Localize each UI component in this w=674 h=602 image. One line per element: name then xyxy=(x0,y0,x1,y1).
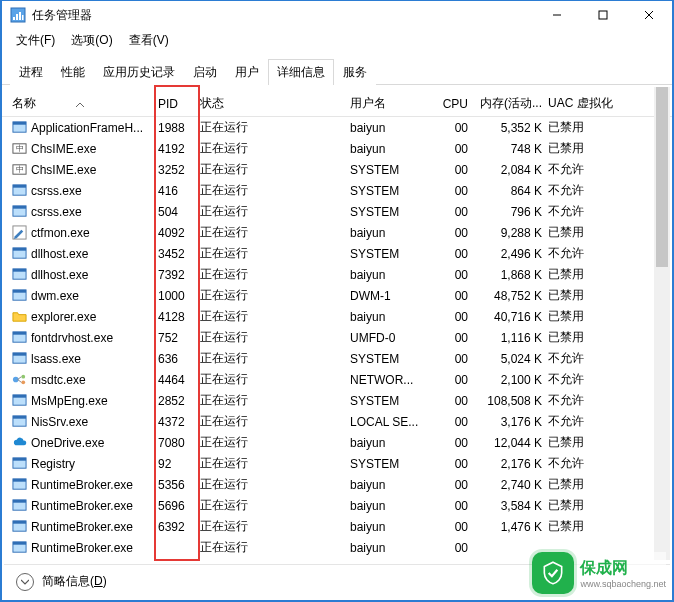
sort-asc-icon xyxy=(76,97,84,111)
process-user: baiyun xyxy=(350,226,430,240)
process-mem: 48,752 K xyxy=(476,289,548,303)
process-name: ChsIME.exe xyxy=(31,142,96,156)
process-name: NisSrv.exe xyxy=(31,415,88,429)
table-row[interactable]: ApplicationFrameH...1988正在运行baiyun005,35… xyxy=(2,117,672,138)
tab-app-history[interactable]: 应用历史记录 xyxy=(94,59,184,85)
process-state: 正在运行 xyxy=(200,350,350,367)
process-cpu: 00 xyxy=(430,457,476,471)
process-user: SYSTEM xyxy=(350,184,430,198)
process-name: ctfmon.exe xyxy=(31,226,90,240)
process-cpu: 00 xyxy=(430,163,476,177)
process-state: 正在运行 xyxy=(200,329,350,346)
process-user: baiyun xyxy=(350,478,430,492)
process-pid: 7080 xyxy=(158,436,200,450)
watermark-site: www.sqbaocheng.net xyxy=(580,579,666,589)
tab-processes[interactable]: 进程 xyxy=(10,59,52,85)
table-row[interactable]: dllhost.exe3452正在运行SYSTEM002,496 K不允许 xyxy=(2,243,672,264)
col-name[interactable]: 名称 xyxy=(12,95,158,112)
process-icon xyxy=(12,120,27,135)
process-cpu: 00 xyxy=(430,205,476,219)
table-row[interactable]: ctfmon.exe4092正在运行baiyun009,288 K已禁用 xyxy=(2,222,672,243)
process-name: RuntimeBroker.exe xyxy=(31,478,133,492)
table-row[interactable]: dllhost.exe7392正在运行baiyun001,868 K已禁用 xyxy=(2,264,672,285)
process-pid: 752 xyxy=(158,331,200,345)
table-row[interactable]: RuntimeBroker.exe5696正在运行baiyun003,584 K… xyxy=(2,495,672,516)
svg-rect-1 xyxy=(13,17,15,20)
process-state: 正在运行 xyxy=(200,392,350,409)
tab-details[interactable]: 详细信息 xyxy=(268,59,334,85)
svg-point-31 xyxy=(21,375,25,379)
table-row[interactable]: OneDrive.exe7080正在运行baiyun0012,044 K已禁用 xyxy=(2,432,672,453)
process-user: baiyun xyxy=(350,310,430,324)
process-state: 正在运行 xyxy=(200,308,350,325)
fewer-details-icon[interactable] xyxy=(16,573,34,591)
watermark-badge-icon xyxy=(532,552,574,594)
col-user[interactable]: 用户名 xyxy=(350,95,430,112)
table-row[interactable]: 中ChsIME.exe4192正在运行baiyun00748 K已禁用 xyxy=(2,138,672,159)
scrollbar-thumb[interactable] xyxy=(656,87,668,267)
table-row[interactable]: fontdrvhost.exe752正在运行UMFD-0001,116 K已禁用 xyxy=(2,327,672,348)
process-icon xyxy=(12,393,27,408)
process-mem: 5,024 K xyxy=(476,352,548,366)
process-user: baiyun xyxy=(350,520,430,534)
process-icon xyxy=(12,372,27,387)
tab-services[interactable]: 服务 xyxy=(334,59,376,85)
process-icon xyxy=(12,498,27,513)
table-row[interactable]: lsass.exe636正在运行SYSTEM005,024 K不允许 xyxy=(2,348,672,369)
process-cpu: 00 xyxy=(430,310,476,324)
process-user: SYSTEM xyxy=(350,205,430,219)
col-pid[interactable]: PID xyxy=(158,97,200,111)
process-icon xyxy=(12,540,27,555)
process-state: 正在运行 xyxy=(200,245,350,262)
table-row[interactable]: csrss.exe416正在运行SYSTEM00864 K不允许 xyxy=(2,180,672,201)
table-row[interactable]: 中ChsIME.exe3252正在运行SYSTEM002,084 K不允许 xyxy=(2,159,672,180)
table-row[interactable]: NisSrv.exe4372正在运行LOCAL SE...003,176 K不允… xyxy=(2,411,672,432)
table-row[interactable]: explorer.exe4128正在运行baiyun0040,716 K已禁用 xyxy=(2,306,672,327)
process-icon xyxy=(12,183,27,198)
svg-rect-48 xyxy=(13,542,26,545)
table-row[interactable]: RuntimeBroker.exe6392正在运行baiyun001,476 K… xyxy=(2,516,672,537)
col-mem[interactable]: 内存(活动... xyxy=(476,95,548,112)
table-row[interactable]: csrss.exe504正在运行SYSTEM00796 K不允许 xyxy=(2,201,672,222)
tab-performance[interactable]: 性能 xyxy=(52,59,94,85)
process-icon: 中 xyxy=(12,141,27,156)
table-row[interactable]: dwm.exe1000正在运行DWM-10048,752 K已禁用 xyxy=(2,285,672,306)
process-pid: 7392 xyxy=(158,268,200,282)
fewer-details-link[interactable]: 简略信息(D) xyxy=(42,573,107,590)
table-row[interactable]: RuntimeBroker.exe5356正在运行baiyun002,740 K… xyxy=(2,474,672,495)
menu-view[interactable]: 查看(V) xyxy=(123,30,175,51)
process-cpu: 00 xyxy=(430,268,476,282)
process-user: LOCAL SE... xyxy=(350,415,430,429)
vertical-scrollbar[interactable] xyxy=(654,87,670,560)
minimize-button[interactable] xyxy=(534,1,580,29)
process-name: RuntimeBroker.exe xyxy=(31,520,133,534)
table-row[interactable]: MsMpEng.exe2852正在运行SYSTEM00108,508 K不允许 xyxy=(2,390,672,411)
table-row[interactable]: Registry92正在运行SYSTEM002,176 K不允许 xyxy=(2,453,672,474)
col-cpu[interactable]: CPU xyxy=(430,97,476,111)
col-state[interactable]: 状态 xyxy=(200,95,350,112)
process-icon: 中 xyxy=(12,162,27,177)
process-name: OneDrive.exe xyxy=(31,436,104,450)
process-pid: 4372 xyxy=(158,415,200,429)
process-icon xyxy=(12,456,27,471)
process-cpu: 00 xyxy=(430,142,476,156)
app-icon xyxy=(10,7,26,23)
menu-options[interactable]: 选项(O) xyxy=(65,30,118,51)
tab-startup[interactable]: 启动 xyxy=(184,59,226,85)
tab-users[interactable]: 用户 xyxy=(226,59,268,85)
process-mem: 2,084 K xyxy=(476,163,548,177)
maximize-button[interactable] xyxy=(580,1,626,29)
process-icon xyxy=(12,309,27,324)
menu-file[interactable]: 文件(F) xyxy=(10,30,61,51)
process-user: DWM-1 xyxy=(350,289,430,303)
process-pid: 3252 xyxy=(158,163,200,177)
process-icon xyxy=(12,351,27,366)
close-button[interactable] xyxy=(626,1,672,29)
process-name: dllhost.exe xyxy=(31,247,88,261)
process-icon xyxy=(12,477,27,492)
process-state: 正在运行 xyxy=(200,182,350,199)
process-cpu: 00 xyxy=(430,520,476,534)
process-state: 正在运行 xyxy=(200,287,350,304)
svg-point-32 xyxy=(21,380,25,384)
table-row[interactable]: msdtc.exe4464正在运行NETWOR...002,100 K不允许 xyxy=(2,369,672,390)
